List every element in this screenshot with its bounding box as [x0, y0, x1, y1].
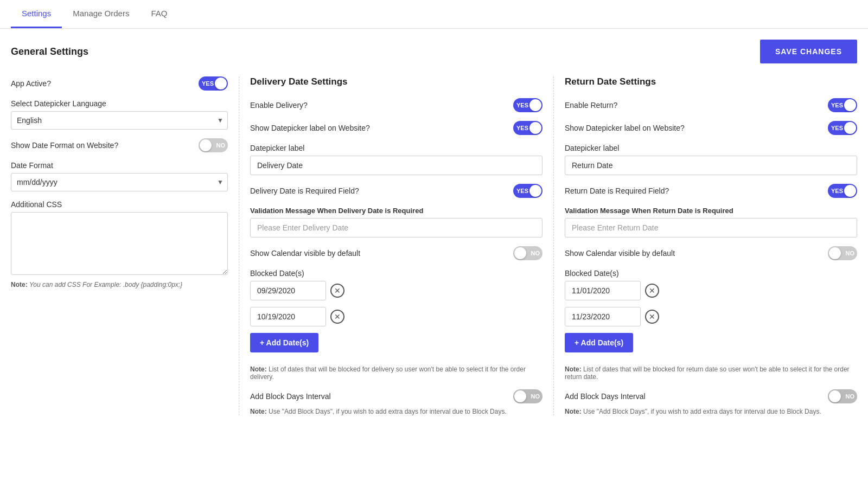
return-validation-field: Validation Message When Return Date is R…: [565, 207, 857, 237]
delivery-datepicker-label-field: Datepicker label: [250, 144, 542, 175]
delivery-blocked-date-input-1[interactable]: [250, 281, 326, 300]
delivery-add-dates-button[interactable]: + Add Date(s): [250, 333, 318, 352]
show-date-format-toggle[interactable]: NO: [199, 138, 228, 152]
tab-settings[interactable]: Settings: [11, 0, 62, 28]
delivery-validation-label: Validation Message When Delivery Date is…: [250, 207, 542, 215]
delivery-settings-column: Delivery Date Settings Enable Delivery? …: [239, 76, 553, 415]
return-blocked-dates-section: Blocked Date(s) ✕ ✕: [565, 269, 857, 326]
tab-manage-orders[interactable]: Manage Orders: [62, 0, 140, 28]
return-required-toggle[interactable]: YES: [828, 184, 857, 198]
show-date-format-row: Show Date Format on Website? NO: [11, 138, 228, 152]
enable-delivery-toggle-label: YES: [516, 102, 528, 108]
delivery-blocked-date-row-2: ✕: [250, 307, 542, 326]
return-datepicker-label-field: Datepicker label: [565, 144, 857, 175]
return-blocked-date-remove-2[interactable]: ✕: [645, 310, 659, 324]
return-add-block-days-row: Add Block Days Interval NO: [565, 389, 857, 403]
date-format-select-wrap: mm/dd/yyyy dd/mm/yyyy yyyy/mm/dd ▼: [11, 173, 228, 191]
delivery-required-toggle[interactable]: YES: [513, 184, 542, 198]
note-text: You can add CSS For Example: .body {padd…: [29, 281, 182, 288]
return-blocked-dates-label: Blocked Date(s): [565, 269, 857, 278]
return-blocked-date-input-2[interactable]: [565, 307, 641, 326]
delivery-blocked-date-row-1: ✕: [250, 281, 542, 300]
return-blocked-date-row-1: ✕: [565, 281, 857, 300]
datepicker-language-select-wrap: English French German Spanish ▼: [11, 111, 228, 130]
delivery-show-calendar-row: Show Calendar visible by default NO: [250, 246, 542, 260]
return-add-block-days-label: Add Block Days Interval: [565, 392, 646, 401]
return-add-block-note-label: Note:: [565, 408, 582, 415]
enable-return-toggle-label: YES: [831, 102, 843, 108]
delivery-datepicker-label-label: Datepicker label: [250, 144, 542, 152]
delivery-add-block-note-text: Use "Add Block Days", if you wish to add…: [269, 408, 507, 415]
delivery-blocked-dates-label: Blocked Date(s): [250, 269, 542, 278]
delivery-datepicker-label-input[interactable]: [250, 156, 542, 175]
return-show-datepicker-label-row: Show Datepicker label on Website? YES: [565, 121, 857, 135]
return-blocked-note-text: List of dates that will be blocked for r…: [565, 365, 850, 381]
return-show-datepicker-label: Show Datepicker label on Website?: [565, 124, 685, 132]
tab-faq[interactable]: FAQ: [140, 0, 178, 28]
delivery-validation-field: Validation Message When Delivery Date is…: [250, 207, 542, 237]
return-add-block-note: Note: Use "Add Block Days", if you wish …: [565, 408, 857, 415]
return-add-block-note-text: Use "Add Block Days", if you wish to add…: [583, 408, 821, 415]
delivery-required-toggle-label: YES: [516, 188, 528, 194]
return-blocked-date-remove-1[interactable]: ✕: [645, 284, 659, 298]
delivery-show-calendar-toggle-label: NO: [531, 250, 540, 256]
delivery-add-block-note-label: Note:: [250, 408, 267, 415]
delivery-show-datepicker-toggle[interactable]: YES: [513, 121, 542, 135]
return-datepicker-label-label: Datepicker label: [565, 144, 857, 152]
delivery-show-datepicker-toggle-label: YES: [516, 125, 528, 131]
return-show-calendar-label: Show Calendar visible by default: [565, 249, 675, 258]
note-label: Note:: [11, 281, 28, 288]
delivery-add-block-days-label: Add Block Days Interval: [250, 392, 331, 401]
delivery-show-datepicker-label-row: Show Datepicker label on Website? YES: [250, 121, 542, 135]
additional-css-field: Additional CSS: [11, 200, 228, 277]
return-datepicker-label-input[interactable]: [565, 156, 857, 175]
enable-return-label: Enable Return?: [565, 101, 617, 110]
date-format-label: Date Format: [11, 161, 228, 170]
enable-delivery-row: Enable Delivery? YES: [250, 98, 542, 112]
app-active-toggle-label: YES: [202, 80, 214, 87]
nav-bar: Settings Manage Orders FAQ: [0, 0, 868, 29]
return-required-row: Return Date is Required Field? YES: [565, 184, 857, 198]
delivery-add-block-days-row: Add Block Days Interval NO: [250, 389, 542, 403]
return-required-toggle-label: YES: [831, 188, 843, 194]
enable-return-toggle[interactable]: YES: [828, 98, 857, 112]
delivery-blocked-date-remove-2[interactable]: ✕: [330, 310, 344, 324]
delivery-blocked-date-input-2[interactable]: [250, 307, 326, 326]
additional-css-textarea[interactable]: [11, 212, 228, 275]
show-date-format-label: Show Date Format on Website?: [11, 141, 118, 150]
delivery-blocked-note-label: Note:: [250, 365, 267, 373]
delivery-add-block-days-toggle-label: NO: [531, 393, 540, 400]
delivery-blocked-date-remove-1[interactable]: ✕: [330, 284, 344, 298]
delivery-add-block-note: Note: Use "Add Block Days", if you wish …: [250, 408, 542, 415]
app-active-toggle[interactable]: YES: [199, 76, 228, 91]
save-changes-button[interactable]: SAVE CHANGES: [760, 40, 857, 63]
datepicker-language-select[interactable]: English French German Spanish: [11, 111, 228, 130]
return-blocked-note: Note: List of dates that will be blocked…: [565, 365, 857, 381]
columns-layout: App Active? YES Select Datepicker Langua…: [11, 76, 857, 415]
return-settings-column: Return Date Settings Enable Return? YES …: [553, 76, 857, 415]
show-date-format-toggle-label: NO: [216, 142, 226, 149]
delivery-required-label: Delivery Date is Required Field?: [250, 187, 359, 195]
return-required-label: Return Date is Required Field?: [565, 187, 669, 195]
page-header: General Settings SAVE CHANGES: [11, 40, 857, 63]
return-add-dates-button[interactable]: + Add Date(s): [565, 333, 633, 352]
delivery-add-block-days-toggle[interactable]: NO: [513, 389, 542, 403]
return-show-datepicker-toggle[interactable]: YES: [828, 121, 857, 135]
enable-return-row: Enable Return? YES: [565, 98, 857, 112]
return-validation-input[interactable]: [565, 218, 857, 237]
delivery-validation-input[interactable]: [250, 218, 542, 237]
app-active-label: App Active?: [11, 79, 51, 88]
return-add-block-days-toggle[interactable]: NO: [828, 389, 857, 403]
delivery-show-calendar-toggle[interactable]: NO: [513, 246, 542, 260]
enable-delivery-label: Enable Delivery?: [250, 101, 308, 110]
return-show-calendar-toggle-label: NO: [846, 250, 855, 256]
date-format-select[interactable]: mm/dd/yyyy dd/mm/yyyy yyyy/mm/dd: [11, 173, 228, 191]
enable-delivery-toggle[interactable]: YES: [513, 98, 542, 112]
return-blocked-date-input-1[interactable]: [565, 281, 641, 300]
return-show-calendar-toggle[interactable]: NO: [828, 246, 857, 260]
app-active-row: App Active? YES: [11, 76, 228, 91]
return-show-datepicker-toggle-label: YES: [831, 125, 843, 131]
datepicker-language-label: Select Datepicker Language: [11, 99, 228, 108]
return-section-title: Return Date Settings: [565, 76, 857, 87]
delivery-required-row: Delivery Date is Required Field? YES: [250, 184, 542, 198]
